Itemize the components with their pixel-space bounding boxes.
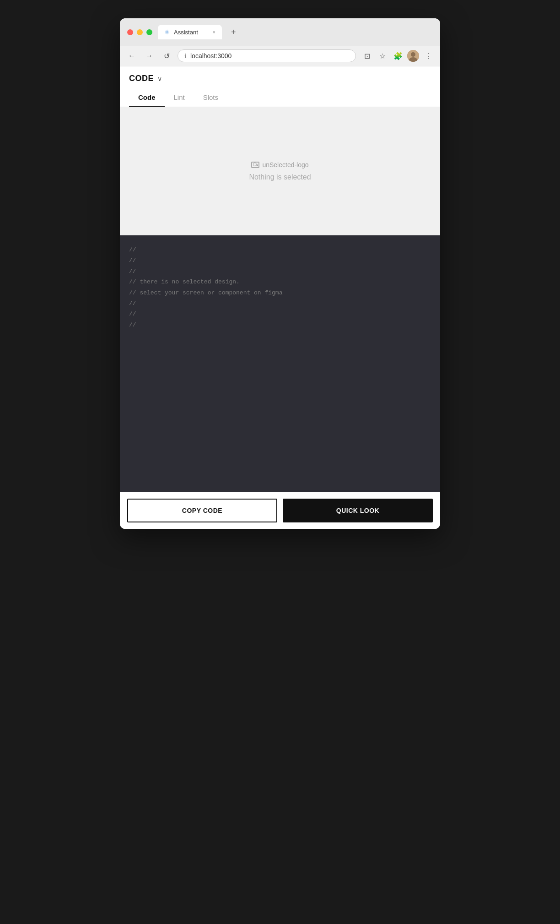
forward-icon: → — [145, 52, 153, 60]
back-icon: ← — [128, 52, 135, 60]
browser-window: ⚛ Assistant × + ← → ↺ ℹ localhost:3000 ⊡… — [120, 18, 440, 529]
code-line-4: // there is no selected design. — [129, 277, 431, 287]
traffic-lights — [127, 29, 152, 35]
app-content: CODE ∨ Code Lint Slots unSelected-logo N… — [120, 66, 440, 529]
app-title: CODE — [129, 74, 154, 83]
new-tab-button[interactable]: + — [227, 26, 240, 39]
code-line-3: // — [129, 266, 431, 277]
code-line-8: // — [129, 320, 431, 330]
browser-tab[interactable]: ⚛ Assistant × — [158, 25, 222, 39]
address-text: localhost:3000 — [190, 52, 232, 60]
reload-icon: ↺ — [164, 52, 170, 60]
quick-look-button[interactable]: QUICK LOOK — [283, 499, 433, 522]
app-header: CODE ∨ Code Lint Slots — [120, 66, 440, 107]
code-section: // // // // there is no selected design.… — [120, 235, 440, 492]
maximize-traffic-light[interactable] — [146, 29, 152, 35]
code-line-5: // select your screen or component on fi… — [129, 288, 431, 298]
menu-button[interactable]: ⋮ — [422, 49, 435, 62]
minimize-traffic-light[interactable] — [137, 29, 143, 35]
browser-titlebar: ⚛ Assistant × + — [120, 18, 440, 46]
back-button[interactable]: ← — [125, 49, 138, 62]
copy-code-button[interactable]: COPY CODE — [127, 499, 277, 522]
code-line-7: // — [129, 309, 431, 319]
svg-point-1 — [411, 52, 415, 57]
info-icon: ℹ — [184, 53, 187, 60]
nothing-selected-label: Nothing is selected — [249, 173, 311, 181]
avatar[interactable] — [407, 50, 419, 62]
tab-code[interactable]: Code — [129, 89, 165, 107]
tab-close-icon[interactable]: × — [213, 29, 215, 35]
dropdown-arrow-icon[interactable]: ∨ — [157, 75, 162, 82]
forward-button[interactable]: → — [143, 49, 156, 62]
code-line-1: // — [129, 245, 431, 255]
unselected-logo: unSelected-logo — [251, 161, 308, 168]
app-footer: COPY CODE QUICK LOOK — [120, 492, 440, 529]
extensions-button[interactable]: 🧩 — [392, 49, 404, 62]
screen-icon: ⊡ — [364, 52, 370, 60]
tab-slots[interactable]: Slots — [194, 89, 227, 107]
app-title-row: CODE ∨ — [129, 74, 431, 89]
tab-title: Assistant — [174, 29, 198, 36]
tabs-row: Code Lint Slots — [129, 89, 431, 107]
menu-icon: ⋮ — [425, 52, 432, 60]
bookmark-button[interactable]: ☆ — [376, 49, 389, 62]
code-line-6: // — [129, 298, 431, 309]
address-bar[interactable]: ℹ localhost:3000 — [178, 49, 356, 62]
screen-button[interactable]: ⊡ — [361, 49, 373, 62]
tab-favicon-icon: ⚛ — [164, 28, 170, 36]
code-line-2: // — [129, 255, 431, 266]
logo-image-icon — [251, 162, 259, 168]
avatar-image — [407, 50, 419, 62]
browser-toolbar: ← → ↺ ℹ localhost:3000 ⊡ ☆ 🧩 — [120, 46, 440, 66]
logo-text: unSelected-logo — [262, 161, 308, 168]
tab-lint[interactable]: Lint — [165, 89, 194, 107]
toolbar-actions: ⊡ ☆ 🧩 ⋮ — [361, 49, 435, 62]
close-traffic-light[interactable] — [127, 29, 133, 35]
preview-section: unSelected-logo Nothing is selected — [120, 107, 440, 235]
puzzle-icon: 🧩 — [393, 52, 403, 60]
reload-button[interactable]: ↺ — [160, 49, 173, 62]
star-icon: ☆ — [379, 52, 386, 60]
